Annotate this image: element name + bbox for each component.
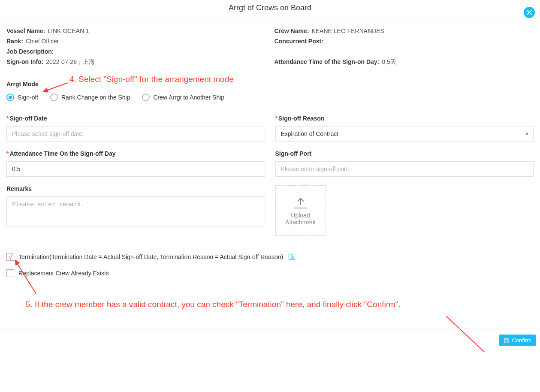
radio-sign-off[interactable]: Sign-off xyxy=(6,93,38,101)
signoff-reason-select[interactable]: Expiration of Contract xyxy=(275,126,534,142)
radio-another-ship[interactable]: Crew Arrgt to Another Ship xyxy=(142,93,224,101)
upload-icon xyxy=(295,196,306,207)
dialog-title: Arrgt of Crews on Board xyxy=(0,3,540,12)
signon-value: 2022-07-26；上海 xyxy=(46,58,95,66)
dialog-header: Arrgt of Crews on Board xyxy=(0,0,540,18)
confirm-label: Confirm xyxy=(512,337,531,344)
rank-value: Chief Officer xyxy=(26,38,59,45)
svg-line-3 xyxy=(294,259,295,260)
attendance-day-label: Attendance Time of the Sign-on Day: xyxy=(275,58,380,65)
arrgt-mode-radios: Sign-off Rank Change on the Ship Crew Ar… xyxy=(6,93,534,101)
radio-rank-change-label: Rank Change on the Ship xyxy=(61,94,130,101)
arrgt-mode-label: Arrgt Mode xyxy=(6,81,534,87)
replacement-checkbox[interactable] xyxy=(6,269,14,277)
svg-rect-1 xyxy=(289,254,293,259)
radio-rank-change[interactable]: Rank Change on the Ship xyxy=(50,93,130,101)
crew-name-label: Crew Name: xyxy=(275,27,309,34)
termination-checkbox[interactable]: √ xyxy=(6,253,14,261)
concurrent-label: Concurrent Post: xyxy=(275,38,323,45)
replacement-label: Replacement Crew Already Exists xyxy=(18,270,109,277)
upload-label-2: Attachment xyxy=(285,219,316,226)
attendance-time-label: *Attendance Time On the Sign-off Day xyxy=(6,150,265,157)
signon-label: Sign-on Info: xyxy=(6,58,43,65)
checkbox-section: √ Termination(Termination Date = Actual … xyxy=(6,253,534,277)
form-section: *Sign-off Date *Sign-off Reason Expirati… xyxy=(6,115,534,236)
crew-name-value: KEANE LEO FERNANDES xyxy=(311,27,384,34)
vessel-name-label: Vessel Name: xyxy=(6,27,45,34)
rank-label: Rank: xyxy=(6,38,23,45)
signoff-port-label: Sign-off Port xyxy=(275,150,534,157)
close-icon xyxy=(526,9,532,15)
radio-circle-icon xyxy=(142,93,150,101)
confirm-button[interactable]: Confirm xyxy=(499,335,536,346)
remarks-textarea[interactable] xyxy=(6,196,265,226)
attendance-time-input[interactable] xyxy=(6,161,265,177)
vessel-name-value: LINK OCEAN 1 xyxy=(48,27,89,34)
detail-icon[interactable] xyxy=(288,253,295,260)
info-section: Vessel Name:LINK OCEAN 1 Crew Name:KEANE… xyxy=(6,27,534,68)
termination-label: Termination(Termination Date = Actual Si… xyxy=(18,253,283,260)
upload-label-1: Upload xyxy=(291,212,310,219)
save-icon xyxy=(504,338,510,344)
upload-attachment-button[interactable]: Upload Attachment xyxy=(275,185,326,236)
radio-circle-icon xyxy=(50,93,58,101)
remarks-label: Remarks xyxy=(6,185,265,192)
signoff-reason-label: *Sign-off Reason xyxy=(275,115,534,122)
signoff-date-input[interactable] xyxy=(6,126,265,142)
radio-circle-icon xyxy=(6,93,14,101)
radio-sign-off-label: Sign-off xyxy=(18,94,38,101)
dialog-footer: Confirm xyxy=(0,329,540,352)
close-button[interactable] xyxy=(524,7,535,18)
signoff-port-input[interactable] xyxy=(275,161,534,177)
attendance-day-value: 0.5天 xyxy=(382,58,396,66)
signoff-date-label: *Sign-off Date xyxy=(6,115,265,122)
job-desc-label: Job Description: xyxy=(6,48,54,55)
annotation-step-5: 5. If the crew member has a valid contra… xyxy=(26,300,401,309)
radio-another-ship-label: Crew Arrgt to Another Ship xyxy=(153,94,224,101)
